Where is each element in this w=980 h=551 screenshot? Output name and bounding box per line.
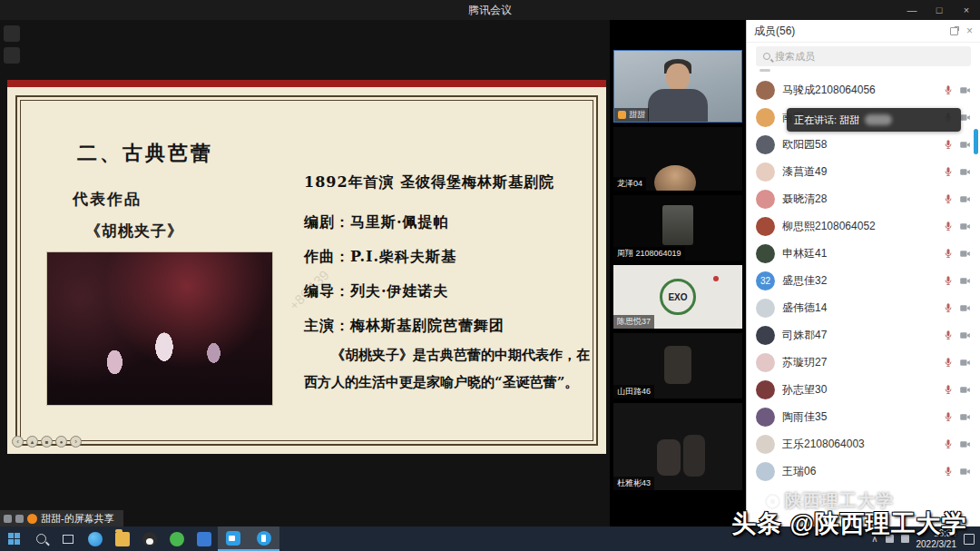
list-section-dash [760,69,770,72]
floating-toolbar-icon[interactable] [4,25,20,42]
camera-off-icon[interactable] [959,221,971,232]
mic-muted-icon[interactable] [943,248,954,259]
mic-muted-icon[interactable] [943,193,954,204]
floating-toolbar-icon[interactable] [4,47,20,64]
member-row[interactable]: 32 盛思佳32 [747,267,980,294]
annotate-icon[interactable] [55,436,67,448]
member-avatar [756,190,775,209]
taskbar-app-qq[interactable] [136,526,163,551]
mic-muted-icon[interactable] [943,411,954,422]
camera-off-icon[interactable] [959,84,971,96]
camera-off-icon[interactable] [959,193,971,205]
video-thumbnail[interactable]: 山田路46 [613,333,742,398]
mic-muted-icon[interactable] [943,139,954,150]
taskbar-search-button[interactable] [27,526,54,551]
taskbar-app-explorer[interactable] [109,526,136,551]
member-name: 司姝郡47 [782,328,936,343]
camera-off-icon[interactable] [959,438,971,450]
member-row[interactable]: 苏璇玥27 [747,349,980,376]
member-name: 柳思熙2108064052 [782,219,936,234]
taskbar-app-wechat[interactable] [163,526,191,551]
member-row[interactable]: 孙志望30 [747,376,980,403]
member-row[interactable]: 欧阳园58 [747,131,980,158]
video-thumbnail-host[interactable]: 甜甜 [613,50,742,123]
mic-muted-icon[interactable] [943,330,954,340]
shared-screen-area: 二、古典芭蕾 代表作品 《胡桃夹子》 +86 139 1892年首演 圣彼得堡梅… [0,20,610,526]
member-avatar [756,408,775,427]
participant-figure [657,439,681,476]
member-row[interactable]: 王乐2108064003 [747,430,980,458]
credit-line: 编导：列夫·伊娃诺夫 [304,282,596,301]
member-row[interactable]: 司姝郡47 [747,321,980,349]
host-figure [666,64,690,91]
close-panel-icon[interactable]: × [966,25,973,36]
mic-muted-icon[interactable] [943,466,954,477]
share-bar-icon [4,515,12,523]
close-button[interactable]: × [953,0,980,20]
search-input[interactable] [775,51,964,62]
start-button[interactable] [0,526,27,551]
title-bar: 腾讯会议 — □ × [0,0,980,20]
mic-muted-icon[interactable] [943,384,954,395]
mic-muted-icon[interactable] [943,438,954,449]
task-view-icon [63,535,74,544]
member-row[interactable]: 陶雨佳35 [747,403,980,430]
camera-off-icon[interactable] [959,357,971,369]
taskbar-app-meeting-active[interactable] [218,526,249,551]
video-thumbnail[interactable]: EXO 陈思悦37 [613,265,742,329]
member-row[interactable]: 盛伟德14 [747,294,980,321]
popout-icon[interactable] [950,27,958,35]
camera-off-icon[interactable] [959,411,971,423]
mic-muted-icon[interactable] [943,84,954,95]
mic-muted-icon[interactable] [943,357,954,368]
camera-off-icon[interactable] [959,275,971,287]
mic-muted-icon[interactable] [943,221,954,231]
video-thumbnail[interactable]: 周翔 2108064019 [613,195,742,261]
member-row[interactable]: 马骏成2108064056 [747,76,980,103]
participant-figure [664,346,691,384]
video-name: 龙泽04 [617,178,642,190]
prev-page-icon[interactable] [12,436,24,448]
member-row[interactable]: 王瑞06 [747,458,980,485]
clock-date: 2022/3/21 [916,539,957,550]
camera-off-icon[interactable] [959,248,971,260]
menu-icon[interactable] [41,436,53,448]
member-name: 欧阳园58 [782,137,936,153]
task-view-button[interactable] [54,526,82,551]
maximize-button[interactable]: □ [926,0,953,20]
camera-off-icon[interactable] [959,384,971,396]
camera-off-icon[interactable] [959,166,971,178]
slide-work-title: 《胡桃夹子》 [85,221,183,241]
member-row[interactable]: 申林廷41 [747,240,980,267]
video-thumbnail[interactable]: 龙泽04 [613,127,742,191]
next-page-icon[interactable] [70,436,82,448]
taskbar-app-phone-active[interactable] [249,526,279,551]
presentation-slide: 二、古典芭蕾 代表作品 《胡桃夹子》 +86 139 1892年首演 圣彼得堡梅… [7,87,606,454]
folder-icon [115,532,130,546]
member-avatar [756,353,775,372]
member-row[interactable]: 聂晓清28 [747,185,980,212]
camera-off-icon[interactable] [959,139,971,151]
mic-muted-icon[interactable] [943,302,954,313]
scrollbar-thumb[interactable] [974,129,978,154]
member-name: 孙志望30 [782,382,936,398]
video-thumbnail[interactable]: 杜雅彬43 [613,403,742,490]
slide-heading: 二、古典芭蕾 [77,140,213,167]
mic-muted-icon[interactable] [943,166,954,177]
member-row[interactable]: 柳思熙2108064052 [747,212,980,240]
search-icon [763,53,770,60]
participant-figure [662,205,693,245]
docs-icon [197,532,211,546]
taskbar-app-edge[interactable] [82,526,109,551]
minimize-button[interactable]: — [898,0,926,20]
members-title: 成员(56) [754,24,795,39]
taskbar-app-docs[interactable] [191,526,218,551]
camera-off-icon[interactable] [959,302,971,314]
pointer-icon[interactable] [26,436,38,448]
member-name: 马骏成2108064056 [782,83,936,98]
screen-share-indicator: 甜甜-的屏幕共享 [0,510,123,527]
camera-off-icon[interactable] [959,330,971,341]
camera-off-icon[interactable] [959,466,971,477]
mic-muted-icon[interactable] [943,275,954,286]
member-row[interactable]: 漆菖道49 [747,158,980,185]
